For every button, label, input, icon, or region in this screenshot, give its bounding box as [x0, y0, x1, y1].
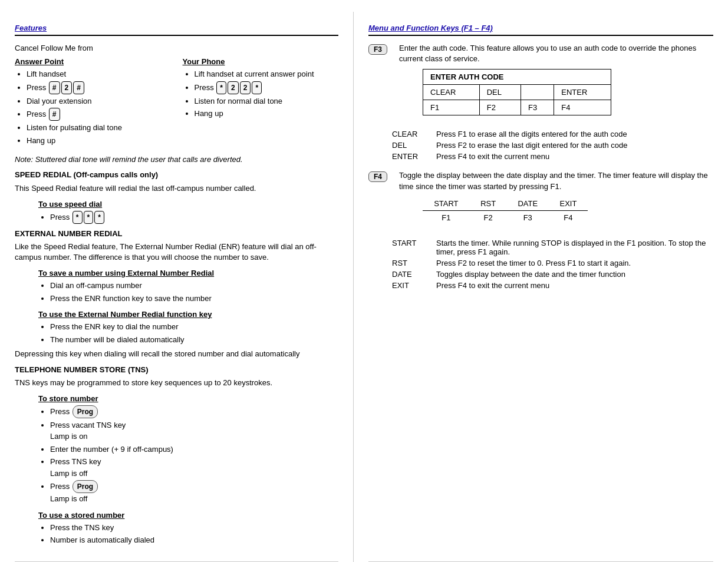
auth-empty: [521, 85, 554, 100]
enter-label: ENTER: [392, 152, 424, 161]
yp-item-2: Press * 2 2 *: [195, 81, 339, 94]
rst-desc-row: RST Press F2 to reset the timer to 0. Pr…: [392, 259, 713, 267]
f4-f4: F4: [549, 210, 588, 224]
cancel-follow-me-text: Cancel Follow Me from: [15, 43, 338, 54]
right-section-title: Menu and Function Keys (F1 – F4): [368, 24, 713, 32]
exit-desc-row: EXIT Press F4 to exit the current menu: [392, 281, 713, 290]
save-item-2: Press the ENR function key to save the n…: [50, 293, 338, 305]
yp-item-3: Listen for normal dial tone: [195, 95, 339, 107]
store-item-3: Enter the number (+ 9 if off-campus): [50, 444, 338, 455]
del-desc-row: DEL Press F2 to erase the last digit ent…: [392, 141, 713, 150]
f3-key-badge: F3: [368, 44, 387, 55]
prog-key-2: Prog: [73, 480, 98, 493]
clear-label: CLEAR: [392, 130, 424, 138]
date-desc-row: DATE Toggles display between the date an…: [392, 270, 713, 279]
enr-use-item-2: The number will be dialed automatically: [50, 334, 338, 346]
f4-table: START RST DATE EXIT F1 F2 F3 F4: [423, 197, 588, 224]
enter-desc: Press F4 to exit the current menu: [436, 152, 713, 161]
f4-f3: F3: [507, 210, 549, 224]
ap-item-5: Listen for pulsating dial tone: [27, 122, 171, 134]
stuttered-note: Note: Stuttered dial tone will remind th…: [15, 154, 338, 165]
auth-del-label: DEL: [479, 85, 521, 100]
del-label: DEL: [392, 141, 424, 150]
hash-key-3: #: [49, 108, 60, 121]
enter-desc-row: ENTER Press F4 to exit the current menu: [392, 152, 713, 161]
f3-description: Enter the auth code. This feature allows…: [399, 43, 713, 64]
left-section-title: Features: [15, 24, 338, 32]
tns-heading: TELEPHONE NUMBER STORE (TNS): [15, 365, 338, 375]
star-key-2: *: [252, 81, 262, 94]
store-item-1: Press Prog: [50, 405, 338, 418]
star-sd-3: *: [94, 211, 104, 224]
date-label: DATE: [392, 270, 424, 279]
enr-use-item-1: Press the ENR key to dial the number: [50, 321, 338, 333]
auth-clear-label: CLEAR: [423, 85, 480, 100]
f4-rst-header: RST: [470, 197, 507, 211]
f4-date-header: DATE: [507, 197, 549, 211]
hash-key-2: #: [73, 81, 84, 94]
date-desc: Toggles display between the date and the…: [436, 270, 713, 279]
auth-f2: F2: [479, 100, 521, 115]
yp-item-1: Lift handset at current answer point: [195, 68, 339, 80]
hash-key: #: [49, 81, 60, 94]
two-key-2: 2: [228, 81, 239, 94]
clear-desc: Press F1 to erase all the digits entered…: [436, 130, 713, 138]
auth-enter-label: ENTER: [554, 85, 611, 100]
exit-label: EXIT: [392, 281, 424, 290]
ap-item-4: Press #: [27, 108, 171, 121]
use-enr-heading: To use the External Number Redial functi…: [38, 310, 338, 319]
stored-item-2: Number is automatically dialed: [50, 534, 338, 546]
auth-table-header: ENTER AUTH CODE: [423, 70, 611, 85]
auth-f3: F3: [521, 100, 554, 115]
prog-key-1: Prog: [73, 405, 98, 418]
f4-f2: F2: [470, 210, 507, 224]
your-phone-heading: Your Phone: [183, 57, 339, 66]
ap-item-2: Press # 2 #: [27, 81, 171, 94]
speed-redial-desc: This Speed Redial feature will redial th…: [15, 183, 338, 194]
star-sd-1: *: [73, 211, 83, 224]
speed-redial-heading: SPEED REDIAL (Off-campus calls only): [15, 170, 338, 180]
auth-f1: F1: [423, 100, 480, 115]
clear-desc-row: CLEAR Press F1 to erase all the digits e…: [392, 130, 713, 138]
f4-f1: F1: [423, 210, 470, 224]
f4-key-badge: F4: [368, 171, 387, 182]
auth-f4: F4: [554, 100, 611, 115]
store-item-2: Press vacant TNS keyLamp is on: [50, 419, 338, 442]
use-speed-dial-heading: To use speed dial: [38, 200, 338, 209]
save-item-1: Dial an off-campus number: [50, 280, 338, 292]
star-key: *: [216, 81, 226, 94]
store-item-5: Press ProgLamp is off: [50, 480, 338, 505]
start-desc: Starts the timer. While running STOP is …: [436, 239, 713, 256]
exit-desc: Press F4 to exit the current menu: [436, 281, 713, 290]
depressing-note: Depressing this key when dialing will re…: [15, 349, 338, 359]
store-item-4: Press TNS keyLamp is off: [50, 456, 338, 479]
auth-code-table: ENTER AUTH CODE CLEAR DEL ENTER F1 F2: [423, 69, 611, 115]
f4-description: Toggle the display between the date disp…: [399, 170, 713, 191]
ap-item-1: Lift handset: [27, 68, 171, 80]
speed-dial-item: Press * * *: [50, 211, 338, 224]
rst-label: RST: [392, 259, 424, 267]
store-number-heading: To store number: [38, 394, 338, 403]
stored-item-1: Press the TNS key: [50, 522, 338, 534]
tns-desc: TNS keys may be programmed to store key …: [15, 378, 338, 388]
f4-exit-header: EXIT: [549, 197, 588, 211]
start-desc-row: START Starts the timer. While running ST…: [392, 239, 713, 256]
enr-heading: EXTERNAL NUMBER REDIAL: [15, 229, 338, 239]
del-desc: Press F2 to erase the last digit entered…: [436, 141, 713, 150]
ap-item-3: Dial your extension: [27, 95, 171, 107]
ap-item-6: Hang up: [27, 135, 171, 147]
star-sd-2: *: [84, 211, 94, 224]
rst-desc: Press F2 to reset the timer to 0. Press …: [436, 259, 713, 267]
use-stored-heading: To use a stored number: [38, 511, 338, 520]
f4-start-header: START: [423, 197, 470, 211]
two-key-3: 2: [240, 81, 251, 94]
enr-desc: Like the Speed Redial feature, The Exter…: [15, 242, 338, 263]
save-number-heading: To save a number using External Number R…: [38, 269, 338, 277]
start-label: START: [392, 239, 424, 256]
two-key-1: 2: [61, 81, 73, 94]
yp-item-4: Hang up: [195, 108, 339, 120]
answer-point-heading: Answer Point: [15, 57, 171, 66]
